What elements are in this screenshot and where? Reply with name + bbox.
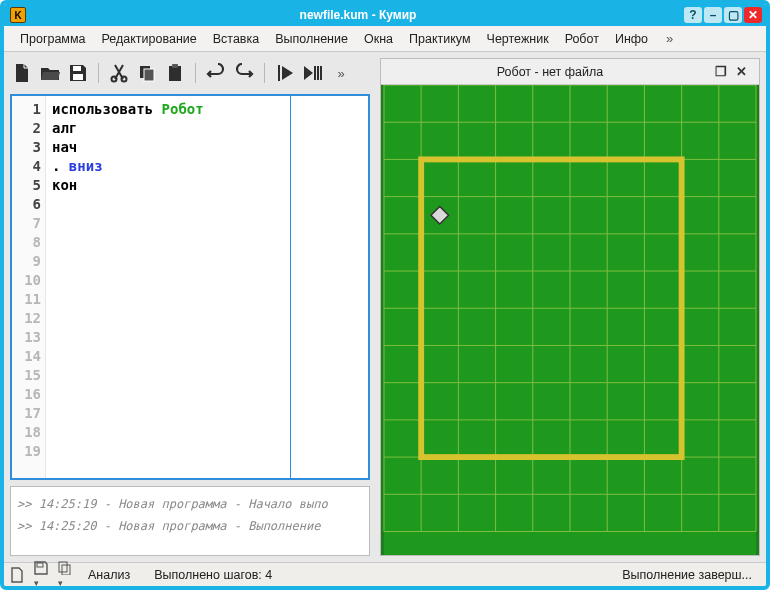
svg-rect-40 [59, 562, 67, 572]
run-icon[interactable] [273, 61, 297, 85]
svg-rect-0 [73, 66, 81, 71]
svg-rect-7 [172, 64, 178, 68]
minimize-button[interactable]: – [704, 7, 722, 23]
step-icon[interactable] [301, 61, 325, 85]
svg-point-3 [122, 77, 127, 82]
sb-doc-icon[interactable] [10, 567, 24, 583]
toolbar-separator [98, 63, 99, 83]
paste-icon[interactable] [163, 61, 187, 85]
open-file-icon[interactable] [38, 61, 62, 85]
menu-windows[interactable]: Окна [356, 29, 401, 49]
svg-rect-8 [278, 65, 280, 81]
robot-pane-title: Робот - нет файла [389, 65, 711, 79]
robot-field[interactable] [381, 85, 759, 555]
menu-run[interactable]: Выполнение [267, 29, 356, 49]
undo-icon[interactable] [204, 61, 228, 85]
maximize-button[interactable]: ▢ [724, 7, 742, 23]
svg-point-2 [112, 77, 117, 82]
restore-icon[interactable]: ❐ [711, 63, 731, 81]
code-editor[interactable]: 12345678910111213141516171819 использова… [10, 94, 370, 480]
menubar: Программа Редактирование Вставка Выполне… [4, 26, 766, 52]
statusbar: ▾ ▾ Анализ Выполнено шагов: 4 Выполнение… [4, 562, 766, 586]
app-icon: K [10, 7, 26, 23]
svg-rect-1 [73, 74, 83, 80]
menu-program[interactable]: Программа [12, 29, 94, 49]
editor-pane: » 12345678910111213141516171819 использо… [10, 58, 370, 556]
editor-toolbar: » [10, 58, 370, 88]
svg-rect-41 [62, 565, 70, 575]
close-button[interactable]: ✕ [744, 7, 762, 23]
sb-steps: Выполнено шагов: 4 [146, 568, 280, 582]
robot-pane-header: Робот - нет файла ❐ ✕ [381, 59, 759, 85]
close-panel-icon[interactable]: ✕ [731, 63, 751, 81]
ruler-line [290, 96, 291, 478]
window-title: newfile.kum - Кумир [32, 8, 684, 22]
new-file-icon[interactable] [10, 61, 34, 85]
menu-practicum[interactable]: Практикум [401, 29, 479, 49]
toolbar-separator [195, 63, 196, 83]
app-window: K newfile.kum - Кумир ? – ▢ ✕ Программа … [0, 0, 770, 590]
menu-edit[interactable]: Редактирование [94, 29, 205, 49]
robot-pane: Робот - нет файла ❐ ✕ [380, 58, 760, 556]
menu-robot[interactable]: Робот [557, 29, 607, 49]
code-area[interactable]: использовать Роботалгнач. внизкон [46, 96, 368, 478]
menu-info[interactable]: Инфо [607, 29, 656, 49]
menu-insert[interactable]: Вставка [205, 29, 267, 49]
redo-icon[interactable] [232, 61, 256, 85]
svg-rect-6 [169, 66, 181, 81]
line-gutter: 12345678910111213141516171819 [12, 96, 46, 478]
cut-icon[interactable] [107, 61, 131, 85]
svg-rect-39 [37, 563, 43, 567]
output-console[interactable]: >> 14:25:19 - Новая программа - Начало в… [10, 486, 370, 556]
sb-copy-icon[interactable]: ▾ [58, 561, 72, 589]
svg-rect-9 [314, 66, 316, 80]
titlebar[interactable]: K newfile.kum - Кумир ? – ▢ ✕ [4, 4, 766, 26]
menu-drawer[interactable]: Чертежник [479, 29, 557, 49]
toolbar-separator [264, 63, 265, 83]
svg-rect-11 [320, 66, 322, 80]
svg-rect-10 [317, 66, 319, 80]
toolbar-overflow[interactable]: » [329, 61, 353, 85]
svg-rect-5 [144, 69, 154, 81]
sb-save-icon[interactable]: ▾ [34, 561, 48, 589]
save-file-icon[interactable] [66, 61, 90, 85]
sb-exec: Выполнение заверш... [614, 568, 760, 582]
sb-analysis[interactable]: Анализ [80, 568, 138, 582]
copy-icon[interactable] [135, 61, 159, 85]
help-button[interactable]: ? [684, 7, 702, 23]
menu-overflow[interactable]: » [658, 28, 681, 49]
